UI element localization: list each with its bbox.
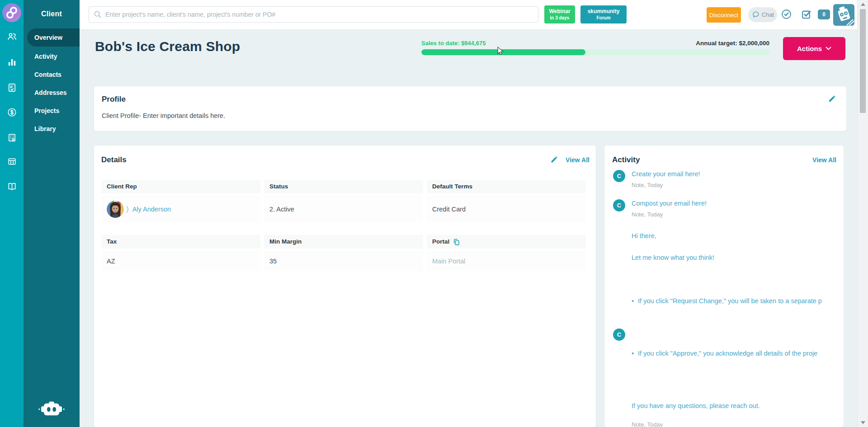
activity-message-line: Let me know what you think!: [632, 254, 714, 261]
sidebar-item-addresses[interactable]: Addresses: [24, 84, 80, 102]
avatar-arc-decoration: ): [126, 205, 129, 214]
sales-to-date-label: Sales to date: $944,675: [421, 40, 486, 47]
scroll-down-arrow[interactable]: [861, 421, 865, 424]
client-rep-avatar: [107, 201, 124, 218]
min-margin-value: 35: [264, 251, 423, 271]
activity-title: Activity: [612, 155, 640, 164]
notification-count-badge[interactable]: 0: [818, 9, 830, 19]
chat-bubble-icon: [751, 10, 760, 19]
activity-bullet-line: If you click "Approve," you acknowledge …: [632, 350, 817, 357]
activity-message-line: Hi there,: [632, 232, 656, 239]
page-title: Bob's Ice Cream Shop: [95, 39, 240, 54]
chat-button[interactable]: Chat: [748, 7, 777, 22]
approvals-checkbox-icon[interactable]: [801, 9, 812, 20]
details-title: Details: [101, 155, 127, 164]
details-header-row-1: Client Rep Status Default Terms: [101, 180, 586, 193]
users-icon[interactable]: [7, 31, 17, 42]
status-value: 2. Active: [264, 196, 423, 222]
chat-label: Chat: [762, 11, 774, 18]
book-icon[interactable]: [7, 181, 17, 192]
search-icon: [93, 10, 102, 19]
details-view-all-link[interactable]: View All: [566, 156, 590, 164]
search-input[interactable]: [89, 6, 538, 23]
profile-description: Client Profile- Enter important details …: [102, 112, 225, 119]
activity-view-all-link[interactable]: View All: [812, 156, 836, 164]
app-logo-icon[interactable]: [2, 3, 22, 23]
activity-avatar: C: [613, 170, 625, 182]
activity-item-meta: Note, Today: [632, 211, 663, 218]
sidebar-item-projects[interactable]: Projects: [24, 102, 80, 120]
webinar-sublabel: in 3 days: [547, 15, 572, 21]
user-avatar[interactable]: [833, 4, 854, 26]
dollar-icon[interactable]: [7, 107, 17, 117]
sales-progress-track: [421, 49, 769, 55]
client-sidebar: Client Overview Activity Contacts Addres…: [24, 0, 80, 427]
details-header-row-2: Tax Min Margin Portal: [101, 235, 586, 249]
details-value-row-2: AZ 35 Main Portal: [101, 251, 586, 271]
forum-label: skummunity: [583, 8, 624, 15]
activity-item-title[interactable]: Compost your email here!: [632, 200, 707, 207]
portal-header-label: Portal: [432, 235, 449, 249]
details-card: Details View All Client Rep Status Defau…: [94, 145, 596, 427]
sales-progress: Sales to date: $944,675 Annual target: $…: [421, 40, 769, 55]
webinar-button[interactable]: Webinar in 3 days: [544, 5, 575, 23]
activity-item-meta: Note, Today: [632, 421, 663, 427]
global-search: [89, 6, 538, 23]
activity-avatar: C: [613, 328, 625, 341]
topbar: Webinar in 3 days skummunity Forum Disco…: [80, 0, 857, 30]
portal-link[interactable]: Main Portal: [432, 258, 465, 265]
tasks-icon[interactable]: [7, 82, 17, 93]
client-rep-cell: ) Aly Anderson: [107, 201, 171, 218]
chevron-down-icon: [826, 47, 831, 51]
activity-bullet-line: If you click "Request Change," you will …: [632, 297, 822, 305]
client-rep-link[interactable]: Aly Anderson: [132, 206, 171, 213]
disconnect-button[interactable]: Disconnect: [707, 7, 741, 23]
client-overview-page: Client Overview Activity Contacts Addres…: [0, 0, 868, 427]
forum-sublabel: Forum: [583, 15, 624, 21]
scroll-up-arrow[interactable]: [861, 3, 865, 6]
webinar-label: Webinar: [547, 8, 572, 15]
activity-item-title[interactable]: Create your email here!: [632, 170, 700, 178]
column-header-status: Status: [264, 180, 423, 193]
copy-icon[interactable]: [453, 238, 460, 246]
annual-target-label: Annual target: $2,000,000: [696, 40, 769, 47]
profile-card: Profile Client Profile- Enter important …: [94, 86, 846, 131]
assistant-robot-icon[interactable]: [38, 400, 66, 419]
bar-chart-icon[interactable]: [7, 57, 17, 67]
building-icon[interactable]: [7, 132, 17, 143]
clock-check-icon[interactable]: [781, 9, 792, 20]
actions-button[interactable]: Actions: [783, 37, 845, 60]
sidebar-item-activity[interactable]: Activity: [24, 47, 80, 66]
column-header-min-margin: Min Margin: [264, 235, 423, 249]
default-terms-value: Credit Card: [427, 196, 586, 222]
sales-progress-fill: [421, 49, 585, 55]
sidebar-title: Client: [24, 10, 80, 18]
edit-details-icon[interactable]: [550, 155, 558, 164]
edit-profile-icon[interactable]: [827, 94, 836, 103]
page-scrollbar[interactable]: [857, 0, 868, 427]
actions-label: Actions: [797, 45, 822, 52]
tax-value: AZ: [101, 251, 260, 271]
activity-item-meta: Note, Today: [632, 182, 663, 188]
table-icon[interactable]: [7, 156, 17, 167]
activity-message-line: If you have any questions, please reach …: [632, 402, 760, 409]
column-header-portal: Portal: [427, 235, 586, 249]
column-header-client-rep: Client Rep: [101, 180, 260, 193]
forum-button[interactable]: skummunity Forum: [580, 5, 627, 23]
activity-avatar: C: [613, 199, 625, 211]
details-value-row-1: ) Aly Anderson 2. Active Credit Card: [101, 196, 586, 222]
sidebar-item-contacts[interactable]: Contacts: [24, 66, 80, 84]
sidebar-item-overview[interactable]: Overview: [27, 28, 80, 47]
icon-rail: [0, 0, 24, 427]
column-header-default-terms: Default Terms: [427, 180, 586, 193]
activity-card: Activity View All C Create your email he…: [604, 145, 844, 427]
sidebar-item-library[interactable]: Library: [24, 120, 80, 138]
profile-title: Profile: [102, 95, 126, 104]
scrollbar-thumb[interactable]: [860, 9, 866, 113]
column-header-tax: Tax: [101, 235, 260, 249]
